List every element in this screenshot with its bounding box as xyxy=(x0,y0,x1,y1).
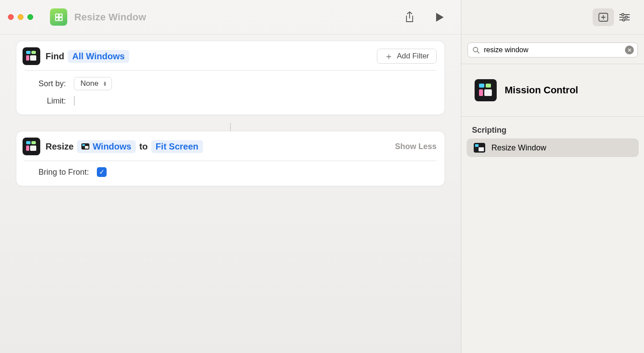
action-connector xyxy=(16,123,445,131)
library-tab-actions[interactable] xyxy=(593,8,614,26)
action-verb: Find xyxy=(46,51,64,61)
svg-rect-2 xyxy=(55,17,58,20)
clear-search-button[interactable]: ✕ xyxy=(625,46,634,54)
sort-by-value: None xyxy=(80,79,99,88)
library-tab-details[interactable] xyxy=(614,8,635,26)
mission-control-icon xyxy=(23,138,40,155)
close-window-button[interactable] xyxy=(8,14,14,20)
library-toolbar xyxy=(461,0,644,35)
library-item-resize-window[interactable]: Resize Window xyxy=(467,138,639,157)
add-filter-label: Add Filter xyxy=(397,52,429,61)
add-filter-button[interactable]: ＋ Add Filter xyxy=(377,49,437,64)
library-item-label: Resize Window xyxy=(491,143,546,153)
library-search-box[interactable]: ✕ xyxy=(468,42,638,58)
library-tab-switcher xyxy=(593,8,635,26)
svg-point-6 xyxy=(622,13,624,15)
svg-rect-1 xyxy=(59,14,62,17)
mission-control-icon xyxy=(23,47,40,65)
library-results[interactable]: Mission Control Scripting Resize Window xyxy=(461,64,644,353)
x-icon: ✕ xyxy=(627,47,632,54)
library-category-label: Scripting xyxy=(461,117,644,138)
sort-by-select[interactable]: None ▲▼ xyxy=(74,77,112,90)
library-search-row: ✕ xyxy=(461,35,644,64)
mission-control-icon xyxy=(475,79,497,101)
library-app-name: Mission Control xyxy=(505,84,578,96)
action-verb: Resize xyxy=(46,142,73,152)
library-app-header[interactable]: Mission Control xyxy=(461,64,644,117)
plus-icon: ＋ xyxy=(384,52,393,61)
window-title: Resize Window xyxy=(74,12,146,23)
chevron-updown-icon: ▲▼ xyxy=(103,81,107,86)
run-button[interactable] xyxy=(428,8,451,26)
find-target-token[interactable]: All Windows xyxy=(68,50,129,63)
action-resize-window[interactable]: Resize Windows to Fit Screen Show Less B… xyxy=(16,131,445,186)
window-traffic-lights xyxy=(8,14,33,20)
library-icon xyxy=(598,12,609,22)
editor-pane: Resize Window Find All Windows xyxy=(0,0,461,353)
svg-rect-3 xyxy=(59,17,62,20)
minimize-window-button[interactable] xyxy=(18,14,23,20)
library-pane: ✕ Mission Control Scripting Resize Windo… xyxy=(461,0,644,353)
action-find-windows[interactable]: Find All Windows ＋ Add Filter Sort by: N… xyxy=(16,41,445,115)
svg-point-10 xyxy=(623,19,625,21)
sliders-icon xyxy=(619,13,630,22)
resize-input-token[interactable]: Windows xyxy=(77,140,136,153)
library-search-input[interactable] xyxy=(484,46,621,54)
svg-point-8 xyxy=(625,16,628,18)
share-icon xyxy=(404,12,415,23)
play-icon xyxy=(435,12,445,23)
limit-checkbox[interactable] xyxy=(74,96,75,106)
show-less-button[interactable]: Show Less xyxy=(395,142,437,151)
svg-rect-0 xyxy=(55,14,58,17)
workflow-canvas[interactable]: Find All Windows ＋ Add Filter Sort by: N… xyxy=(0,35,461,353)
limit-label: Limit: xyxy=(38,96,66,106)
resize-size-token[interactable]: Fit Screen xyxy=(151,140,203,153)
maximize-window-button[interactable] xyxy=(27,14,33,20)
mission-control-mini-icon xyxy=(474,143,485,153)
bring-to-front-checkbox[interactable]: ✓ xyxy=(97,167,107,177)
mission-control-mini-icon xyxy=(81,143,89,150)
shortcut-app-icon xyxy=(50,8,67,26)
window-titlebar: Resize Window xyxy=(0,0,461,35)
bring-to-front-label: Bring to Front: xyxy=(38,168,89,177)
svg-line-12 xyxy=(477,51,479,53)
resize-joiner: to xyxy=(139,142,148,152)
sort-by-label: Sort by: xyxy=(38,79,66,88)
magnifier-icon xyxy=(472,46,479,54)
share-button[interactable] xyxy=(398,8,421,26)
